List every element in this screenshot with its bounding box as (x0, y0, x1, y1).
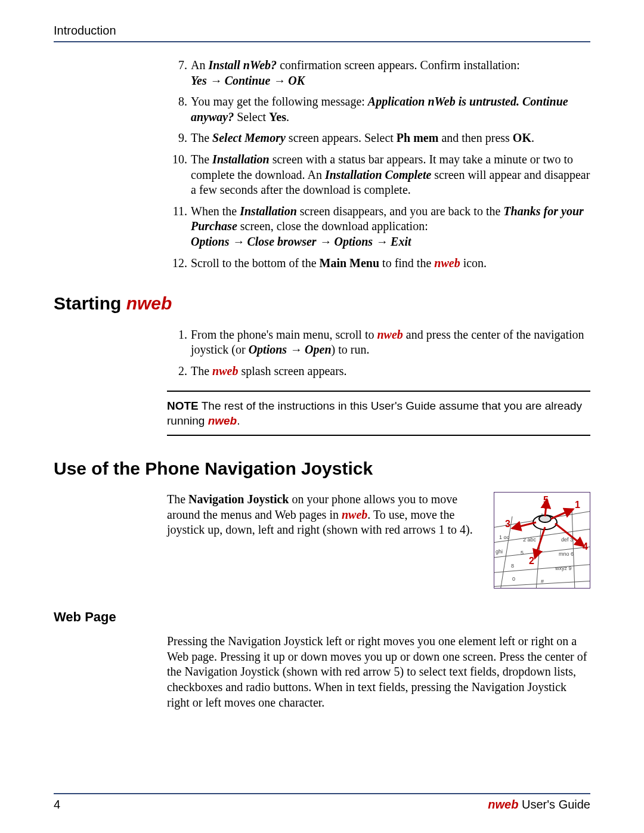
list-number: 10. (167, 152, 191, 198)
list-text: The Installation screen with a status ba… (191, 152, 590, 198)
subsection-web-page: Web Page (54, 609, 590, 625)
nav-paragraph: The Navigation Joystick on your phone al… (167, 492, 484, 589)
page-number: 4 (54, 798, 60, 812)
list-number: 8. (167, 94, 191, 125)
list-text: You may get the following message: Appli… (191, 94, 590, 125)
list-number: 9. (167, 131, 191, 146)
list-text: An Install nWeb? confirmation screen app… (191, 58, 590, 88)
arrow-label-5: 5 (543, 495, 549, 505)
install-steps-list: 7.An Install nWeb? confirmation screen a… (167, 58, 590, 271)
list-item: 7.An Install nWeb? confirmation screen a… (167, 58, 590, 88)
svg-text:5: 5 (521, 550, 524, 556)
footer-suffix: User's Guide (518, 798, 590, 811)
list-number: 7. (167, 58, 191, 88)
list-item: 8.You may get the following message: App… (167, 94, 590, 125)
list-number: 11. (167, 204, 191, 250)
arrow-label-2: 2 (529, 556, 534, 566)
note-rule-top (167, 391, 590, 392)
svg-text:wxyz 9: wxyz 9 (555, 565, 572, 571)
note-label: NOTE (167, 400, 199, 412)
list-number: 12. (167, 256, 191, 271)
svg-line-4 (512, 522, 536, 528)
svg-text:2 abc: 2 abc (523, 537, 537, 543)
list-number: 2. (167, 364, 191, 379)
note-block: NOTE The rest of the instructions in thi… (167, 391, 590, 435)
arrow-label-3: 3 (505, 519, 510, 529)
running-header: Introduction (54, 24, 590, 42)
list-item: 1.From the phone's main menu, scroll to … (167, 327, 590, 358)
svg-text:0: 0 (512, 576, 515, 582)
section-prefix: Starting (54, 293, 126, 313)
svg-line-5 (555, 524, 584, 546)
svg-text:def 3: def 3 (561, 537, 573, 543)
list-text: The nweb splash screen appears. (191, 364, 590, 379)
list-text: From the phone's main menu, scroll to nw… (191, 327, 590, 358)
brand-nweb: nweb (126, 293, 172, 313)
list-item: 10.The Installation screen with a status… (167, 152, 590, 198)
list-text: When the Installation screen disappears,… (191, 204, 590, 250)
list-text: The Select Memory screen appears. Select… (191, 131, 590, 146)
list-item: 12.Scroll to the bottom of the Main Menu… (167, 256, 590, 271)
list-item: 2.The nweb splash screen appears. (167, 364, 590, 379)
svg-text:mno 6: mno 6 (559, 551, 574, 557)
start-steps-list: 1.From the phone's main menu, scroll to … (167, 327, 590, 379)
note-text-after: . (237, 414, 240, 427)
webpage-paragraph: Pressing the Navigation Joystick left or… (167, 634, 590, 710)
svg-text:1 oo: 1 oo (499, 534, 510, 540)
svg-text:ghi: ghi (496, 549, 503, 555)
note-rule-bottom (167, 435, 590, 436)
list-number: 1. (167, 327, 191, 358)
list-item: 9.The Select Memory screen appears. Sele… (167, 131, 590, 146)
section-starting-nweb: Starting nweb (54, 292, 590, 315)
svg-line-3 (535, 527, 545, 558)
footer-brand: nweb (488, 798, 518, 811)
section-nav-joystick: Use of the Phone Navigation Joystick (54, 457, 590, 480)
list-item: 11.When the Installation screen disappea… (167, 204, 590, 250)
svg-text:8: 8 (511, 563, 514, 569)
arrow-label-4: 4 (583, 541, 588, 552)
note-brand: nweb (208, 414, 237, 427)
arrow-label-1: 1 (575, 500, 580, 510)
svg-text:#: # (541, 578, 544, 584)
page-footer: 4 nweb User's Guide (54, 793, 590, 812)
svg-line-2 (551, 509, 573, 519)
list-text: Scroll to the bottom of the Main Menu to… (191, 256, 590, 271)
joystick-diagram: 1 2 3 4 5 1 oo 2 abc def 3 ghi 5 mno 6 8… (494, 492, 590, 589)
